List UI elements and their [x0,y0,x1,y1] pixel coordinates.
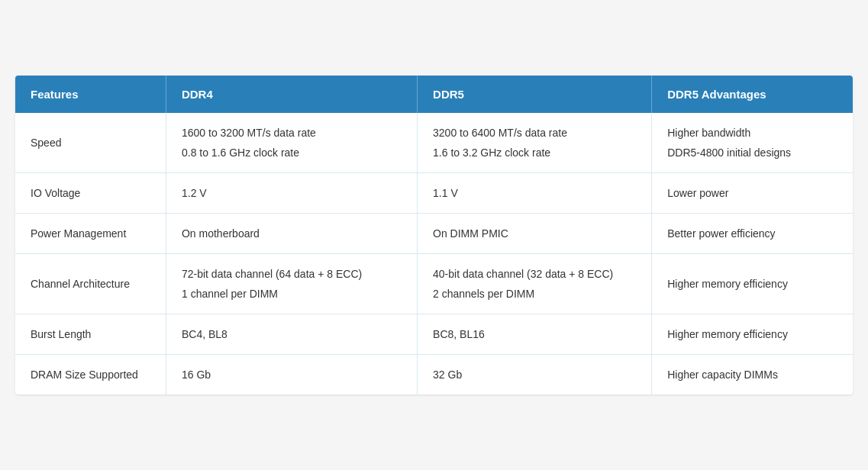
table-row: IO Voltage1.2 V1.1 VLower power [15,173,853,214]
cell-row5-col3: Higher capacity DIMMs [652,355,853,395]
header-ddr5: DDR5 [418,76,652,113]
table-row: Power ManagementOn motherboardOn DIMM PM… [15,214,853,254]
table-body: Speed1600 to 3200 MT/s data rate0.8 to 1… [15,113,853,394]
cell-row1-col0: IO Voltage [15,173,166,214]
comparison-table: Features DDR4 DDR5 DDR5 Advantages Speed… [15,76,853,394]
table-row: Speed1600 to 3200 MT/s data rate0.8 to 1… [15,113,853,173]
cell-row3-col2: 40-bit data channel (32 data + 8 ECC)2 c… [418,254,652,314]
cell-row4-col1: BC4, BL8 [166,314,417,355]
cell-row3-col1: 72-bit data channel (64 data + 8 ECC)1 c… [166,254,417,314]
cell-row2-col3: Better power efficiency [652,214,853,254]
cell-row3-col3: Higher memory efficiency [652,254,853,314]
table-row: Channel Architecture72-bit data channel … [15,254,853,314]
table-header-row: Features DDR4 DDR5 DDR5 Advantages [15,76,853,113]
cell-row1-col1: 1.2 V [166,173,417,214]
table-row: DRAM Size Supported16 Gb32 GbHigher capa… [15,355,853,395]
comparison-table-container: Features DDR4 DDR5 DDR5 Advantages Speed… [15,76,853,394]
cell-row2-col1: On motherboard [166,214,417,254]
cell-row4-col0: Burst Length [15,314,166,355]
cell-row5-col0: DRAM Size Supported [15,355,166,395]
cell-row2-col2: On DIMM PMIC [418,214,652,254]
cell-row1-col3: Lower power [652,173,853,214]
table-row: Burst LengthBC4, BL8BC8, BL16Higher memo… [15,314,853,355]
cell-row0-col3: Higher bandwidthDDR5-4800 initial design… [652,113,853,173]
cell-row5-col2: 32 Gb [418,355,652,395]
cell-row0-col0: Speed [15,113,166,173]
cell-row5-col1: 16 Gb [166,355,417,395]
header-features: Features [15,76,166,113]
cell-row0-col1: 1600 to 3200 MT/s data rate0.8 to 1.6 GH… [166,113,417,173]
cell-row3-col0: Channel Architecture [15,254,166,314]
header-ddr4: DDR4 [166,76,417,113]
cell-row4-col2: BC8, BL16 [418,314,652,355]
header-advantages: DDR5 Advantages [652,76,853,113]
cell-row4-col3: Higher memory efficiency [652,314,853,355]
cell-row0-col2: 3200 to 6400 MT/s data rate1.6 to 3.2 GH… [418,113,652,173]
cell-row2-col0: Power Management [15,214,166,254]
cell-row1-col2: 1.1 V [418,173,652,214]
